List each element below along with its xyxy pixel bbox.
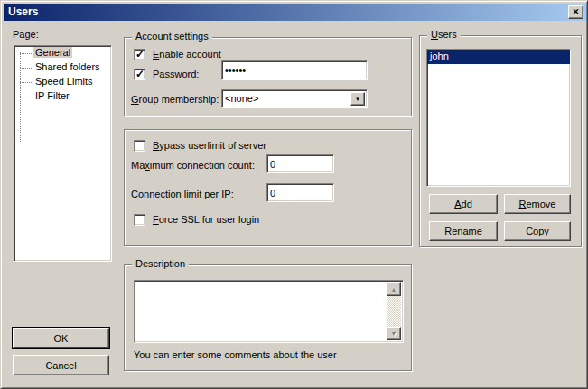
group-membership-value: <none> (225, 93, 349, 104)
bypass-userlimit-checkbox[interactable] (134, 140, 145, 152)
limits-group: Bypass userlimit of server Maximum conne… (124, 129, 412, 246)
connection-limit-per-ip-input[interactable] (266, 183, 334, 202)
tree-item-speed-limits[interactable]: Speed Limits (14, 75, 111, 89)
tree-item-general[interactable]: General (14, 46, 111, 60)
tree-item-shared-folders[interactable]: Shared folders (14, 60, 111, 75)
window-title: Users (8, 5, 38, 18)
enable-account-checkbox[interactable] (134, 49, 145, 60)
user-list-item[interactable]: john (427, 50, 570, 64)
cancel-button[interactable]: Cancel (13, 355, 109, 375)
page-tree[interactable]: General Shared folders Speed Limits IP F… (14, 45, 112, 262)
close-icon[interactable]: ✕ (568, 5, 583, 19)
tree-connector (20, 53, 32, 54)
connection-limit-per-ip-label: Connection limit per IP: (131, 189, 234, 199)
password-label: Password: (153, 69, 199, 79)
rename-user-button[interactable]: Rename (429, 221, 498, 241)
ok-button-label: OK (54, 333, 69, 344)
scroll-up-icon[interactable]: ▲ (387, 282, 401, 296)
users-group: Users john Add Remove Rename Copy (419, 35, 582, 247)
titlebar: Users ✕ (4, 4, 586, 21)
tree-item-label[interactable]: General (33, 47, 72, 58)
max-connection-count-label: Maximum connection count: (131, 160, 255, 171)
copy-user-button-label: Copy (526, 226, 549, 236)
tree-item-ip-filter[interactable]: IP Filter (14, 89, 111, 104)
remove-user-button[interactable]: Remove (504, 194, 571, 214)
cancel-button-label: Cancel (45, 360, 76, 371)
tree-item-label[interactable]: IP Filter (33, 90, 71, 101)
tree-item-label[interactable]: Shared folders (33, 61, 102, 72)
copy-user-button[interactable]: Copy (504, 221, 571, 241)
add-user-button[interactable]: Add (429, 194, 498, 214)
tree-connector (20, 68, 32, 69)
users-listbox[interactable]: john (426, 49, 571, 187)
bypass-userlimit-label: Bypass userlimit of server (153, 140, 266, 151)
users-group-title: Users (427, 29, 461, 40)
chevron-down-icon[interactable]: ▼ (350, 92, 365, 106)
description-group: Description ▲ ▼ You can enter some comme… (124, 264, 412, 371)
group-membership-label: Group membership: (131, 94, 219, 105)
ok-button[interactable]: OK (13, 328, 109, 348)
max-connection-count-input[interactable] (266, 154, 334, 173)
remove-user-button-label: Remove (519, 199, 556, 209)
page-label: Page: (13, 29, 39, 40)
account-settings-group: Account settings Enable account Password… (124, 37, 412, 116)
password-checkbox[interactable] (134, 69, 145, 80)
enable-account-label: Enable account (153, 49, 221, 60)
description-title: Description (132, 258, 189, 269)
account-settings-title: Account settings (132, 31, 212, 42)
tree-connector (20, 82, 32, 83)
rename-user-button-label: Rename (444, 226, 482, 236)
description-scrollbar[interactable]: ▲ ▼ (387, 282, 401, 340)
tree-connector (20, 97, 32, 97)
group-membership-select[interactable]: <none> ▼ (221, 89, 368, 108)
tree-item-label[interactable]: Speed Limits (33, 76, 95, 87)
password-input[interactable] (221, 60, 368, 80)
description-hint: You can enter some comments about the us… (134, 349, 337, 360)
add-user-button-label: Add (454, 199, 472, 209)
force-ssl-label: Force SSL for user login (153, 214, 259, 225)
description-textarea[interactable]: ▲ ▼ (134, 280, 404, 343)
users-dialog: Users ✕ Page: General Shared folders Spe… (0, 0, 588, 389)
scroll-down-icon[interactable]: ▼ (387, 327, 401, 340)
force-ssl-checkbox[interactable] (134, 214, 145, 226)
